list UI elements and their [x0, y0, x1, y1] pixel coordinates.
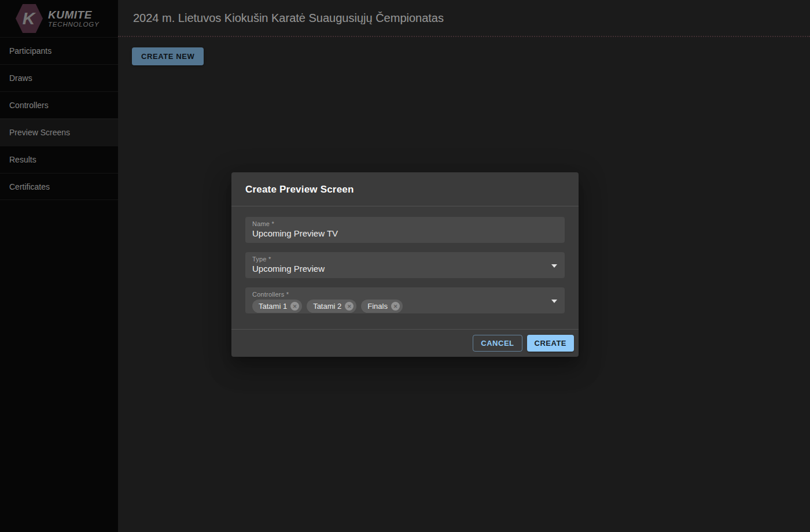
- create-preview-screen-dialog: Create Preview Screen Name * Upcoming Pr…: [231, 172, 579, 357]
- chevron-down-icon: [551, 264, 557, 268]
- dialog-header: Create Preview Screen: [231, 172, 579, 206]
- controllers-chips: Tatami 1 Tatami 2 Finals: [252, 300, 558, 313]
- chip-finals[interactable]: Finals: [361, 300, 403, 313]
- name-field-label: Name *: [252, 220, 558, 227]
- chip-label: Tatami 1: [259, 302, 287, 311]
- cancel-button[interactable]: CANCEL: [473, 335, 522, 352]
- controllers-multiselect[interactable]: Controllers * Tatami 1 Tatami 2 Finals: [245, 287, 565, 313]
- name-field[interactable]: Name * Upcoming Preview TV: [245, 217, 565, 243]
- type-select[interactable]: Type * Upcoming Preview: [245, 252, 565, 278]
- type-select-value: Upcoming Preview: [252, 264, 558, 274]
- create-button[interactable]: CREATE: [527, 335, 574, 352]
- chip-label: Tatami 2: [313, 302, 341, 311]
- chip-cancel-icon[interactable]: [290, 302, 299, 311]
- chevron-down-icon: [551, 300, 557, 303]
- chip-cancel-icon[interactable]: [391, 302, 400, 311]
- chip-tatami-2[interactable]: Tatami 2: [307, 300, 356, 313]
- chip-label: Finals: [367, 302, 388, 311]
- controllers-label: Controllers *: [252, 291, 558, 298]
- chip-cancel-icon[interactable]: [345, 302, 354, 311]
- chip-tatami-1[interactable]: Tatami 1: [252, 300, 302, 313]
- name-field-value: Upcoming Preview TV: [252, 228, 558, 238]
- dialog-footer: CANCEL CREATE: [231, 329, 579, 357]
- dialog-body: Name * Upcoming Preview TV Type * Upcomi…: [231, 206, 579, 329]
- dialog-title: Create Preview Screen: [245, 184, 565, 195]
- type-select-label: Type *: [252, 256, 558, 263]
